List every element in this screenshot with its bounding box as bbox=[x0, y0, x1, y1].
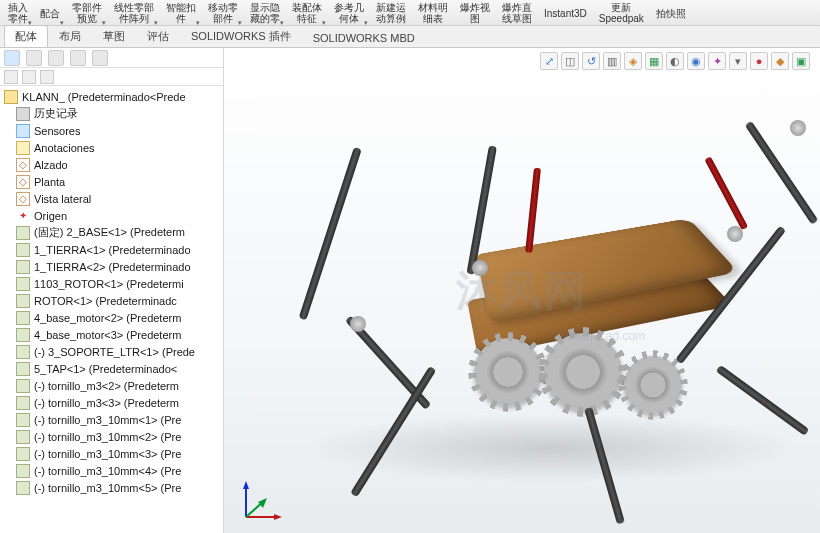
assembly-icon bbox=[4, 90, 18, 104]
tree-view-button[interactable] bbox=[40, 70, 54, 84]
part-icon bbox=[16, 396, 30, 410]
tree-item[interactable]: (-) tornillo_m3<3> (Predeterm bbox=[0, 394, 223, 411]
tree-item[interactable]: (-) tornillo_m3_10mm<2> (Pre bbox=[0, 428, 223, 445]
tree-item-label: (-) tornillo_m3<2> (Predeterm bbox=[34, 380, 179, 392]
render-tools-icon[interactable]: ● bbox=[750, 52, 768, 70]
tree-item[interactable]: 4_base_motor<3> (Predeterm bbox=[0, 326, 223, 343]
tree-item[interactable]: 1_TIERRA<1> (Predeterminado bbox=[0, 241, 223, 258]
section-view-icon[interactable]: ▥ bbox=[603, 52, 621, 70]
tree-item-label: Vista lateral bbox=[34, 193, 91, 205]
ribbon-btn-0[interactable]: 插入零件 bbox=[2, 0, 34, 26]
hide-show-icon[interactable]: ◐ bbox=[666, 52, 684, 70]
tree-item[interactable]: 5_TAP<1> (Predeterminado< bbox=[0, 360, 223, 377]
tab-config-mgr[interactable] bbox=[48, 50, 64, 66]
svg-marker-3 bbox=[274, 514, 282, 520]
ribbon-btn-12[interactable]: 爆炸直线草图 bbox=[496, 0, 538, 26]
tree-item[interactable]: ✦Origen bbox=[0, 207, 223, 224]
tree-item[interactable]: 历史记录 bbox=[0, 105, 223, 122]
tree-item[interactable]: (-) tornillo_m3<2> (Predeterm bbox=[0, 377, 223, 394]
command-tabbar: 配体布局草图评估SOLIDWORKS 插件SOLIDWORKS MBD bbox=[0, 26, 820, 48]
sens-icon bbox=[16, 124, 30, 138]
tab-property-mgr[interactable] bbox=[26, 50, 42, 66]
tree-item[interactable]: ROTOR<1> (Predeterminadc bbox=[0, 292, 223, 309]
floor-shadow bbox=[304, 413, 800, 483]
apply-scene-icon[interactable]: ✦ bbox=[708, 52, 726, 70]
ribbon-btn-10[interactable]: 材料明细表 bbox=[412, 0, 454, 26]
tree-item[interactable]: (-) tornillo_m3_10mm<1> (Pre bbox=[0, 411, 223, 428]
ribbon-btn-6[interactable]: 显示隐藏的零 bbox=[244, 0, 286, 26]
tree-item-label: Origen bbox=[34, 210, 67, 222]
tree-item-label: (-) tornillo_m3_10mm<5> (Pre bbox=[34, 482, 181, 494]
tab-feature-tree[interactable] bbox=[4, 50, 20, 66]
command-tab-1[interactable]: 布局 bbox=[48, 25, 92, 47]
expand-button[interactable] bbox=[22, 70, 36, 84]
tree-item-label: (-) tornillo_m3_10mm<3> (Pre bbox=[34, 448, 181, 460]
zoom-fit-icon[interactable]: ⤢ bbox=[540, 52, 558, 70]
watermark-text: 沐风网 bbox=[456, 263, 588, 319]
tree-item[interactable]: Anotaciones bbox=[0, 139, 223, 156]
zoom-area-icon[interactable]: ◫ bbox=[561, 52, 579, 70]
filter-button[interactable] bbox=[4, 70, 18, 84]
tree-item-label: 1103_ROTOR<1> (Predetermi bbox=[34, 278, 184, 290]
view-settings-icon[interactable]: ▾ bbox=[729, 52, 747, 70]
part-icon bbox=[16, 311, 30, 325]
ribbon-btn-15[interactable]: 拍快照 bbox=[650, 0, 692, 26]
tree-item-label: Alzado bbox=[34, 159, 68, 171]
tree-item[interactable]: (-) 3_SOPORTE_LTR<1> (Prede bbox=[0, 343, 223, 360]
tree-item[interactable]: (固定) 2_BASE<1> (Predeterm bbox=[0, 224, 223, 241]
tab-dim-mgr[interactable] bbox=[70, 50, 86, 66]
tree-item[interactable]: Sensores bbox=[0, 122, 223, 139]
tree-item[interactable]: (-) tornillo_m3_10mm<4> (Pre bbox=[0, 462, 223, 479]
display-style-icon[interactable]: ▦ bbox=[645, 52, 663, 70]
part-icon bbox=[16, 481, 30, 495]
heads-up-toolbar: ⤢ ◫ ↺ ▥ ◈ ▦ ◐ ◉ ✦ ▾ ● ◆ ▣ bbox=[540, 52, 810, 70]
svg-marker-5 bbox=[258, 498, 267, 508]
command-tab-4[interactable]: SOLIDWORKS 插件 bbox=[180, 25, 302, 47]
command-tab-0[interactable]: 配体 bbox=[4, 25, 48, 47]
tree-item-label: Planta bbox=[34, 176, 65, 188]
tree-item[interactable]: ◇Vista lateral bbox=[0, 190, 223, 207]
prev-view-icon[interactable]: ↺ bbox=[582, 52, 600, 70]
command-tab-3[interactable]: 评估 bbox=[136, 25, 180, 47]
tree-item-label: (-) tornillo_m3_10mm<1> (Pre bbox=[34, 414, 181, 426]
snapshot-icon[interactable]: ▣ bbox=[792, 52, 810, 70]
ribbon-btn-14[interactable]: 更新Speedpak bbox=[593, 0, 650, 26]
part-icon bbox=[16, 413, 30, 427]
part-icon bbox=[16, 362, 30, 376]
watermark-url: www.mfcad.com bbox=[558, 329, 645, 343]
feature-tree: KLANN_ (Predeterminado<Prede 历史记录Sensore… bbox=[0, 86, 223, 498]
ribbon-btn-7[interactable]: 装配体特征 bbox=[286, 0, 328, 26]
graphics-viewport[interactable]: ⤢ ◫ ↺ ▥ ◈ ▦ ◐ ◉ ✦ ▾ ● ◆ ▣ 沐风网 www.mfcad.… bbox=[224, 48, 820, 533]
view-orient-icon[interactable]: ◈ bbox=[624, 52, 642, 70]
command-tab-2[interactable]: 草图 bbox=[92, 25, 136, 47]
tab-display-mgr[interactable] bbox=[92, 50, 108, 66]
tree-item[interactable]: ◇Planta bbox=[0, 173, 223, 190]
edit-appearance-icon[interactable]: ◉ bbox=[687, 52, 705, 70]
ribbon-btn-2[interactable]: 零部件预览 bbox=[66, 0, 108, 26]
part-icon bbox=[16, 294, 30, 308]
anno-icon bbox=[16, 141, 30, 155]
tree-item[interactable]: 4_base_motor<2> (Predeterm bbox=[0, 309, 223, 326]
feature-manager-panel: KLANN_ (Predeterminado<Prede 历史记录Sensore… bbox=[0, 48, 224, 533]
tree-item[interactable]: 1103_ROTOR<1> (Predetermi bbox=[0, 275, 223, 292]
ribbon-btn-1[interactable]: 配合 bbox=[34, 0, 66, 26]
tree-root[interactable]: KLANN_ (Predeterminado<Prede bbox=[0, 88, 223, 105]
ribbon-btn-9[interactable]: 新建运动算例 bbox=[370, 0, 412, 26]
command-tab-5[interactable]: SOLIDWORKS MBD bbox=[302, 28, 426, 47]
ribbon-btn-11[interactable]: 爆炸视图 bbox=[454, 0, 496, 26]
ribbon-btn-13[interactable]: Instant3D bbox=[538, 0, 593, 26]
tree-item[interactable]: (-) tornillo_m3_10mm<5> (Pre bbox=[0, 479, 223, 496]
ribbon-btn-5[interactable]: 移动零部件 bbox=[202, 0, 244, 26]
ribbon-btn-4[interactable]: 智能扣件 bbox=[160, 0, 202, 26]
tree-item-label: 历史记录 bbox=[34, 106, 78, 121]
work-area: KLANN_ (Predeterminado<Prede 历史记录Sensore… bbox=[0, 48, 820, 533]
tree-item[interactable]: ◇Alzado bbox=[0, 156, 223, 173]
tree-item-label: (-) tornillo_m3_10mm<4> (Pre bbox=[34, 465, 181, 477]
tree-item[interactable]: 1_TIERRA<2> (Predeterminado bbox=[0, 258, 223, 275]
cartoon-icon[interactable]: ◆ bbox=[771, 52, 789, 70]
tree-item[interactable]: (-) tornillo_m3_10mm<3> (Pre bbox=[0, 445, 223, 462]
ribbon-btn-8[interactable]: 参考几何体 bbox=[328, 0, 370, 26]
ribbon-btn-3[interactable]: 线性零部件阵列 bbox=[108, 0, 160, 26]
tree-item-label: 4_base_motor<2> (Predeterm bbox=[34, 312, 181, 324]
part-icon bbox=[16, 226, 30, 240]
